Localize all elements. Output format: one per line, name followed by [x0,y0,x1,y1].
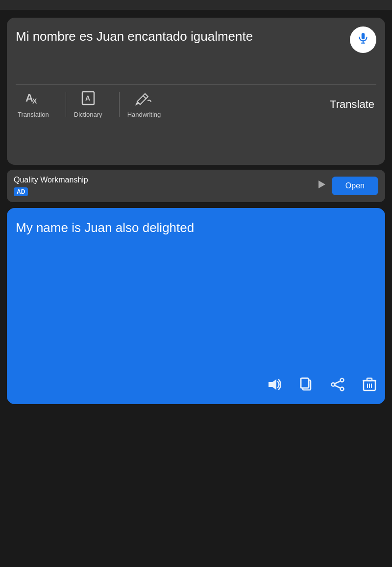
ad-right: Open [316,177,378,195]
translation-icon: A X [25,91,42,109]
ad-banner: Quality Workmanship AD Open [7,170,385,202]
mic-button[interactable] [350,26,376,53]
input-card: Mi nombre es Juan encantado igualmente A… [7,18,385,165]
toolbar-item-dictionary[interactable]: A Dictionary [74,91,111,118]
delete-icon[interactable] [363,377,376,395]
svg-rect-19 [367,378,372,381]
svg-marker-7 [318,180,325,188]
svg-line-16 [335,386,341,388]
translation-label: Translation [18,111,49,118]
top-bar [0,0,392,10]
handwriting-icon [135,91,153,109]
toolbar: A X Translation A Dictionary [16,84,376,118]
svg-text:X: X [32,97,37,105]
handwriting-label: Handwriting [127,111,161,118]
share-icon[interactable] [330,377,345,395]
result-actions [16,240,376,395]
ad-play-icon [316,179,327,193]
open-button[interactable]: Open [332,177,378,195]
svg-rect-0 [362,33,365,39]
toolbar-item-handwriting[interactable]: Handwriting [127,91,170,118]
dictionary-label: Dictionary [74,111,102,118]
toolbar-item-translation[interactable]: A X Translation [16,91,58,118]
svg-line-15 [335,381,341,384]
input-text: Mi nombre es Juan encantado igualmente [16,28,376,45]
speak-icon[interactable] [267,377,281,395]
result-card: My name is Juan also delighted [7,208,385,404]
svg-rect-10 [301,378,309,388]
svg-point-12 [341,379,344,382]
svg-text:A: A [85,94,90,102]
translate-button[interactable]: Translate [330,98,376,111]
ad-title: Quality Workmanship [14,176,88,184]
toolbar-divider-2 [119,92,120,117]
copy-icon[interactable] [299,377,313,395]
svg-point-14 [341,387,344,391]
result-text: My name is Juan also delighted [16,220,376,236]
svg-point-13 [332,383,335,387]
dictionary-icon: A [81,91,96,109]
svg-marker-8 [269,379,276,390]
ad-left: Quality Workmanship AD [14,176,88,196]
mic-icon [357,32,369,48]
toolbar-divider-1 [66,92,66,117]
ad-badge: AD [14,187,28,196]
